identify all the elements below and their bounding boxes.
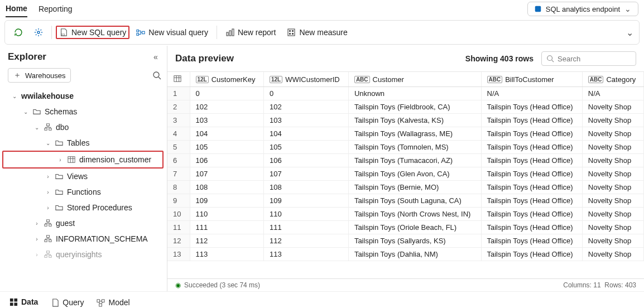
new-visual-query-button[interactable]: New visual query [132,26,213,39]
table-row[interactable]: 7107107Tailspin Toys (Glen Avon, CA)Tail… [167,167,644,181]
cell: Novelty Shop [582,181,643,194]
toolbar-more-button[interactable]: ⌄ [626,27,633,38]
table-row[interactable]: 100UnknownN/AN/A [167,87,644,100]
table-row[interactable]: 5105105Tailspin Toys (Tomnolen, MS)Tails… [167,141,644,154]
tree-node-dbo[interactable]: ⌄ dbo [2,119,164,135]
new-sql-query-button[interactable]: SQL New SQL query [56,26,129,39]
table-row[interactable]: 11111111Tailspin Toys (Oriole Beach, FL)… [167,221,644,234]
bottom-tab-query[interactable]: Query [49,296,85,308]
cell: Tailspin Toys (Head Office) [481,194,582,208]
tab-home[interactable]: Home [6,1,27,17]
tab-label: Data [21,297,38,306]
tree-node-tables[interactable]: ⌄ Tables [2,135,164,151]
tree-node-dimension-customer[interactable]: › dimension_customer [3,152,162,167]
cell: Tailspin Toys (Head Office) [481,127,582,141]
tree-node-functions[interactable]: › Functions [2,184,164,200]
col-header-category[interactable]: ABCCategory [582,72,643,87]
new-report-button[interactable]: New report [221,26,280,39]
table-row[interactable]: 12112112Tailspin Toys (Sallyards, KS)Tai… [167,234,644,248]
type-badge: 12L [270,76,282,83]
refresh-button[interactable] [9,26,27,39]
cell: Tailspin Toys (Glen Avon, CA) [348,167,481,181]
table-row[interactable]: 4104104Tailspin Toys (Wallagrass, ME)Tai… [167,127,644,141]
cell: Tailspin Toys (Head Office) [481,181,582,194]
svg-rect-25 [46,251,49,253]
tree-node-views[interactable]: › Views [2,169,164,184]
chevron-down-icon: ⌄ [623,4,632,13]
schema-icon [44,219,52,228]
columns-count: Columns: 11 [563,281,600,289]
endpoint-dropdown[interactable]: SQL analytics endpoint ⌄ [527,2,638,16]
table-row[interactable]: 3103103Tailspin Toys (Kalvesta, KS)Tails… [167,114,644,127]
table-row[interactable]: 2102102Tailspin Toys (Fieldbrook, CA)Tai… [167,100,644,114]
svg-rect-26 [45,256,47,258]
tab-label: Model [108,298,129,307]
endpoint-icon [534,4,542,13]
row-number: 5 [167,141,190,154]
svg-point-28 [547,56,552,61]
cell: Novelty Shop [582,194,643,208]
toolbar: SQL New SQL query New visual query New r… [4,20,640,45]
chevron-down-icon: ⌄ [11,93,18,99]
folder-icon [55,138,64,147]
cell: 104 [263,127,348,141]
type-badge: ABC [354,76,370,83]
cell: Novelty Shop [582,167,643,181]
data-grid: 12LCustomerKey 12LWWICustomerID ABCCusto… [167,72,644,261]
table-row[interactable]: 13113113Tailspin Toys (Dahlia, NM)Tailsp… [167,248,644,261]
tree-node-wwilakehouse[interactable]: ⌄ wwilakehouse [2,88,164,104]
settings-button[interactable] [30,26,47,39]
rows-count: Rows: 403 [604,281,636,289]
svg-text:SQL: SQL [61,33,66,36]
table-icon [173,74,182,83]
row-number: 13 [167,248,190,261]
svg-rect-20 [45,224,47,227]
row-number: 3 [167,114,190,127]
tree-node-queryinsights[interactable]: › queryinsights [2,247,164,262]
bottom-tab-model[interactable]: Model [95,296,131,308]
col-header-customerkey[interactable]: 12LCustomerKey [190,72,263,87]
search-icon [546,54,554,63]
svg-rect-6 [227,32,228,36]
sql-icon: SQL [59,28,68,37]
tree-label: INFORMATION_SCHEMA [56,234,148,243]
svg-point-14 [153,72,159,78]
new-measure-button[interactable]: New measure [282,26,352,39]
tree-node-information-schema[interactable]: › INFORMATION_SCHEMA [2,231,164,247]
cell: 105 [190,141,263,154]
cell: 0 [263,87,348,100]
row-number: 1 [167,87,190,100]
folder-icon [55,172,64,181]
collapse-explorer-icon[interactable]: « [151,52,160,61]
col-header-billtocustomer[interactable]: ABCBillToCustomer [481,72,582,87]
measure-icon [287,28,296,37]
type-badge: 12L [196,76,209,83]
row-number: 12 [167,234,190,248]
chevron-down-icon: ⌄ [45,140,51,146]
search-input[interactable] [558,55,631,63]
table-row[interactable]: 6106106Tailspin Toys (Tumacacori, AZ)Tai… [167,154,644,167]
cell: Novelty Shop [582,141,643,154]
search-box[interactable] [541,51,636,66]
tree-node-schemas[interactable]: ⌄ Schemas [2,104,164,119]
status-text: Succeeded (3 sec 74 ms) [184,281,260,289]
row-number: 4 [167,127,190,141]
col-header-customer[interactable]: ABCCustomer [348,72,481,87]
tab-reporting[interactable]: Reporting [39,1,73,17]
table-row[interactable]: 8108108Tailspin Toys (Bernie, MO)Tailspi… [167,181,644,194]
search-explorer-icon[interactable] [152,71,161,80]
cell: Novelty Shop [582,221,643,234]
refresh-icon [14,28,23,37]
svg-rect-32 [9,302,13,306]
table-row[interactable]: 9109109Tailspin Toys (South Laguna, CA)T… [167,194,644,208]
table-row[interactable]: 10110110Tailspin Toys (North Crows Nest,… [167,208,644,221]
add-warehouses-button[interactable]: ＋ Warehouses [8,68,71,83]
cell: N/A [481,87,582,100]
grid-corner[interactable] [167,72,190,87]
tree-node-stored-procedures[interactable]: › Stored Procedures [2,200,164,215]
col-header-wwicustomerid[interactable]: 12LWWICustomerID [263,72,348,87]
explorer-tree: ⌄ wwilakehouse ⌄ Schemas ⌄ dbo ⌄ [0,87,167,291]
chevron-right-icon: › [45,189,51,195]
tree-node-guest[interactable]: › guest [2,215,164,231]
bottom-tab-data[interactable]: Data [8,295,39,308]
